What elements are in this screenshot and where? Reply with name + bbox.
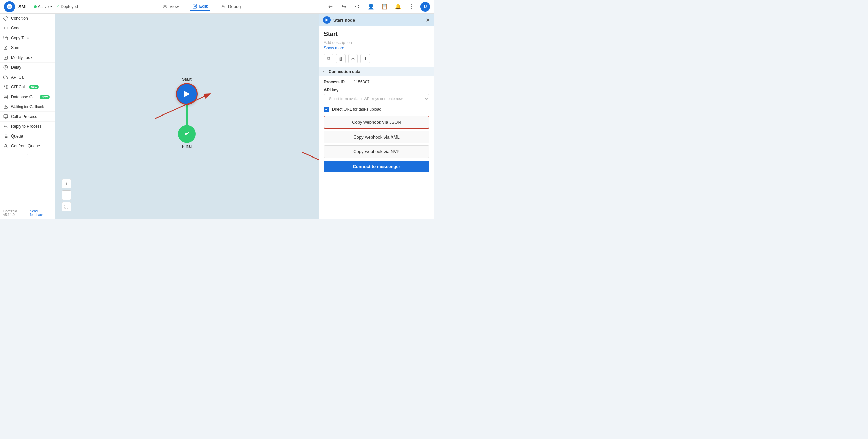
sidebar-item-condition[interactable]: Condition: [0, 14, 55, 23]
version-label: Corezoid v5.11.0: [3, 209, 28, 217]
start-node[interactable]: [176, 83, 198, 105]
process-id-value: 1156307: [354, 80, 370, 84]
sidebar-label-api-call: API Call: [11, 75, 25, 80]
nav-edit-label: Edit: [199, 4, 208, 9]
panel-close-btn[interactable]: ✕: [426, 17, 430, 23]
avatar: U: [420, 2, 430, 12]
panel-node-name: Start: [324, 30, 429, 38]
canvas-controls: + −: [62, 179, 71, 211]
panel-body: Start Add description Show more ⧉ 🗑 ✂ ℹ …: [319, 26, 434, 176]
check-icon: ✓: [56, 4, 59, 9]
direct-url-label: Direct URL for tasks upload: [332, 107, 381, 112]
sidebar-item-queue[interactable]: Queue: [0, 131, 55, 141]
chevron-down-icon: ▾: [50, 5, 52, 8]
zoom-out-btn[interactable]: −: [62, 190, 71, 200]
sidebar-item-api-call[interactable]: API Call: [0, 72, 55, 82]
timer-btn[interactable]: ⏱: [353, 2, 362, 12]
badge-git-new: New: [29, 85, 39, 89]
copy-node-btn[interactable]: ⧉: [324, 54, 333, 63]
svg-rect-11: [4, 115, 8, 118]
sidebar-item-copy-task[interactable]: Copy Task: [0, 33, 55, 43]
sidebar-item-waiting-callback[interactable]: Waiting for Callback: [0, 102, 55, 112]
more-btn[interactable]: ⋮: [407, 2, 416, 12]
sidebar-collapse-btn[interactable]: ‹: [0, 151, 55, 160]
notes-btn[interactable]: 📋: [380, 2, 389, 12]
sidebar-item-database-call[interactable]: Database Call New: [0, 92, 55, 102]
sidebar-label-database-call: Database Call: [11, 95, 36, 99]
fit-btn[interactable]: [62, 202, 71, 211]
direct-url-checkbox[interactable]: [324, 107, 329, 112]
svg-marker-19: [184, 91, 189, 97]
bell-btn[interactable]: 🔔: [393, 2, 403, 12]
right-panel: Start node ✕ Start Add description Show …: [319, 14, 434, 220]
svg-point-8: [6, 85, 8, 87]
active-label: Active: [38, 4, 49, 9]
nav-view-btn[interactable]: View: [160, 3, 182, 11]
api-key-section: API key Select from available API keys o…: [324, 88, 429, 103]
svg-line-22: [302, 152, 319, 180]
show-more-btn[interactable]: Show more: [324, 46, 429, 50]
sidebar-label-condition: Condition: [11, 16, 28, 21]
sidebar-item-get-queue[interactable]: Get from Queue: [0, 141, 55, 151]
status-bar: Active ▾ ✓ Deployed: [34, 4, 78, 9]
direct-url-row: Direct URL for tasks upload: [324, 107, 429, 112]
app-logo: [4, 1, 15, 12]
badge-db-new: New: [40, 95, 50, 99]
copy-webhook-nvp-btn[interactable]: Copy webhook via NVP: [324, 145, 429, 158]
redo-btn[interactable]: ↪: [339, 2, 349, 12]
sidebar-label-reply-process: Reply to Process: [11, 124, 42, 129]
sidebar-item-delay[interactable]: Delay: [0, 63, 55, 72]
main-layout: Condition Code Copy Task Sum Modify Task…: [0, 14, 434, 220]
copy-webhook-json-btn[interactable]: Copy webhook via JSON: [324, 116, 429, 129]
sidebar-label-queue: Queue: [11, 134, 23, 139]
sidebar-label-sum: Sum: [11, 45, 19, 50]
info-btn[interactable]: ℹ: [360, 54, 370, 63]
sidebar-label-code: Code: [11, 26, 21, 30]
topbar: SML Active ▾ ✓ Deployed View Edit Debug …: [0, 0, 434, 14]
zoom-in-btn[interactable]: +: [62, 179, 71, 188]
deployed-label: Deployed: [61, 4, 78, 9]
nav-edit-btn[interactable]: Edit: [190, 2, 211, 11]
connection-data-label: Connection data: [329, 69, 360, 74]
svg-rect-2: [3, 16, 8, 21]
sidebar-item-call-process[interactable]: Call a Process: [0, 112, 55, 122]
sidebar-item-git-call[interactable]: GIT Call New: [0, 82, 55, 92]
api-key-select[interactable]: Select from available API keys or create…: [324, 94, 429, 103]
sidebar-item-reply-process[interactable]: Reply to Process: [0, 122, 55, 131]
nav-view-label: View: [170, 4, 179, 9]
sidebar-label-waiting-callback: Waiting for Callback: [11, 105, 44, 109]
topbar-right: ↩ ↪ ⏱ 👤 📋 🔔 ⋮ U: [326, 2, 430, 12]
nav-debug-label: Debug: [228, 4, 241, 9]
svg-rect-3: [5, 37, 8, 40]
panel-toolbar: ⧉ 🗑 ✂ ℹ: [324, 54, 429, 63]
panel-header: Start node ✕: [319, 14, 434, 26]
panel-description: Add description: [324, 40, 429, 45]
final-node-label: Final: [182, 144, 192, 149]
delete-node-btn[interactable]: 🗑: [336, 54, 346, 63]
status-active[interactable]: Active ▾: [34, 4, 52, 9]
sidebar-label-call-process: Call a Process: [11, 114, 37, 119]
svg-point-18: [5, 144, 7, 146]
cut-node-btn[interactable]: ✂: [348, 54, 358, 63]
sidebar-item-sum[interactable]: Sum: [0, 43, 55, 53]
sidebar-item-modify-task[interactable]: Modify Task: [0, 53, 55, 63]
connect-messenger-btn[interactable]: Connect to messenger: [324, 161, 429, 172]
process-id-label: Process ID: [324, 80, 351, 84]
undo-btn[interactable]: ↩: [326, 2, 335, 12]
user-settings-btn[interactable]: 👤: [366, 2, 376, 12]
sidebar-footer: Corezoid v5.11.0 Send feedback: [0, 207, 55, 220]
nav-debug-btn[interactable]: Debug: [218, 3, 243, 11]
copy-webhook-xml-btn[interactable]: Copy webhook via XML: [324, 131, 429, 143]
sidebar: Condition Code Copy Task Sum Modify Task…: [0, 14, 55, 220]
send-feedback-link[interactable]: Send feedback: [30, 209, 51, 217]
connection-data-section[interactable]: Connection data: [319, 67, 434, 76]
sidebar-label-copy-task: Copy Task: [11, 36, 30, 40]
final-node[interactable]: [178, 125, 196, 143]
canvas: Start Final + −: [55, 14, 319, 220]
panel-header-icon: [323, 16, 331, 24]
active-dot: [34, 5, 37, 8]
sidebar-label-delay: Delay: [11, 65, 21, 70]
sidebar-label-modify-task: Modify Task: [11, 55, 32, 60]
svg-marker-23: [326, 19, 328, 22]
sidebar-item-code[interactable]: Code: [0, 23, 55, 33]
